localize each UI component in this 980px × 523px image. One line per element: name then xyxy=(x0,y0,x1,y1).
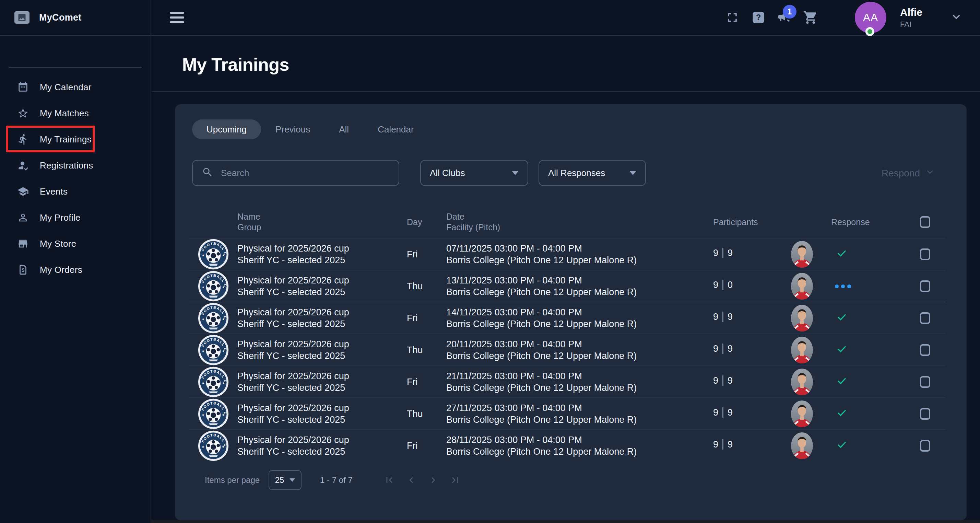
table-row[interactable]: FOOTBALL CLUB ★ ★ Physical for 2025/2026… xyxy=(189,238,945,270)
participants-cell: 9 0 xyxy=(713,280,781,293)
first-page-button[interactable] xyxy=(383,474,396,486)
table-row[interactable]: FOOTBALL CLUB ★ ★ Physical for 2025/2026… xyxy=(189,429,945,461)
training-facility: Borris College (Pitch One 12 Upper Malon… xyxy=(446,286,713,298)
svg-text:★: ★ xyxy=(222,381,225,385)
response-cell xyxy=(822,248,905,261)
main-content: My Trainings UpcomingPreviousAllCalendar… xyxy=(152,36,980,523)
col-group: Group xyxy=(237,222,407,233)
tab-all[interactable]: All xyxy=(325,120,363,139)
pagination: Items per page 25 1 - 7 of 7 xyxy=(205,468,462,492)
response-cell xyxy=(822,284,905,288)
responses-select[interactable]: All Responses xyxy=(539,160,646,186)
training-name: Physical for 2025/2026 cup xyxy=(237,338,407,350)
participants-confirmed: 9 xyxy=(713,312,718,322)
page-title: My Trainings xyxy=(182,54,980,75)
participants-cell: 9 9 xyxy=(713,248,781,261)
training-date: 27/11/2025 03:00 PM - 04:00 PM xyxy=(446,402,713,414)
select-all-checkbox[interactable] xyxy=(920,216,930,228)
help-icon[interactable]: ? xyxy=(751,10,766,26)
player-photo xyxy=(791,336,813,364)
response-accepted-icon xyxy=(835,407,849,421)
sidebar-nav: My Calendar My Matches My Trainings Regi… xyxy=(0,74,151,283)
training-name: Physical for 2025/2026 cup xyxy=(237,370,407,382)
chevron-down-icon xyxy=(920,166,936,180)
svg-text:★: ★ xyxy=(222,445,225,448)
table-row[interactable]: FOOTBALL CLUB ★ ★ Physical for 2025/2026… xyxy=(189,301,945,333)
next-page-button[interactable] xyxy=(427,474,440,486)
tab-calendar[interactable]: Calendar xyxy=(363,120,428,139)
player-photo xyxy=(791,273,813,300)
col-date: Date xyxy=(446,211,713,222)
training-day: Fri xyxy=(407,377,417,387)
sidebar-item-my-matches[interactable]: My Matches xyxy=(0,100,151,126)
last-page-button[interactable] xyxy=(449,474,462,486)
svg-text:★: ★ xyxy=(202,317,204,321)
page-size-select[interactable]: 25 xyxy=(269,470,302,490)
svg-text:★: ★ xyxy=(222,285,225,289)
svg-text:★: ★ xyxy=(222,254,225,257)
player-photo xyxy=(791,368,813,396)
store-icon xyxy=(17,238,29,249)
training-day: Thu xyxy=(407,409,423,419)
orders-icon: $ xyxy=(17,264,29,276)
sidebar-item-registrations[interactable]: Registrations xyxy=(0,152,151,179)
row-checkbox[interactable] xyxy=(920,249,930,260)
response-cell xyxy=(822,375,905,389)
col-day: Day xyxy=(407,217,422,227)
row-checkbox[interactable] xyxy=(920,344,930,356)
table-row[interactable]: FOOTBALL CLUB ★ ★ Physical for 2025/2026… xyxy=(189,365,945,397)
tab-previous[interactable]: Previous xyxy=(261,120,325,139)
club-logo-icon: FOOTBALL CLUB ★ ★ xyxy=(197,239,229,270)
cart-icon[interactable] xyxy=(803,10,818,26)
respond-button[interactable]: Respond xyxy=(881,166,936,180)
training-group: Sheriff YC - selected 2025 xyxy=(237,318,407,330)
training-day: Fri xyxy=(407,441,417,451)
response-pending-icon xyxy=(835,284,853,288)
col-facility: Facility (Pitch) xyxy=(446,222,713,233)
hamburger-menu-icon[interactable] xyxy=(170,12,184,23)
training-name: Physical for 2025/2026 cup xyxy=(237,274,407,286)
table-header: Name Group Day Date Facility (Pitch) Par… xyxy=(189,206,945,238)
tab-upcoming[interactable]: Upcoming xyxy=(192,120,261,139)
table-row[interactable]: FOOTBALL CLUB ★ ★ Physical for 2025/2026… xyxy=(189,397,945,429)
table-row[interactable]: FOOTBALL CLUB ★ ★ Physical for 2025/2026… xyxy=(189,333,945,365)
row-checkbox[interactable] xyxy=(920,440,930,451)
training-date: 21/11/2025 03:00 PM - 04:00 PM xyxy=(446,370,713,382)
training-group: Sheriff YC - selected 2025 xyxy=(237,254,407,266)
sidebar-item-my-store[interactable]: My Store xyxy=(0,231,151,257)
sidebar-item-my-orders[interactable]: $ My Orders xyxy=(0,257,151,283)
response-accepted-icon xyxy=(835,439,849,453)
chevron-down-icon[interactable] xyxy=(949,10,964,26)
search-icon xyxy=(202,166,213,180)
row-checkbox[interactable] xyxy=(920,376,930,388)
club-logo-icon: FOOTBALL CLUB ★ ★ xyxy=(197,430,229,462)
prev-page-button[interactable] xyxy=(405,474,418,486)
sidebar-item-my-profile[interactable]: My Profile xyxy=(0,204,151,231)
club-logo-icon: FOOTBALL CLUB ★ ★ xyxy=(197,334,229,366)
avatar[interactable]: AA xyxy=(855,2,886,33)
table-row[interactable]: FOOTBALL CLUB ★ ★ Physical for 2025/2026… xyxy=(189,270,945,301)
sidebar-item-my-calendar[interactable]: My Calendar xyxy=(0,74,151,100)
response-cell xyxy=(822,343,905,357)
training-name: Physical for 2025/2026 cup xyxy=(237,242,407,254)
page-range: 1 - 7 of 7 xyxy=(320,475,353,485)
search-input[interactable] xyxy=(221,168,385,179)
fullscreen-icon[interactable] xyxy=(724,10,740,26)
col-response: Response xyxy=(831,217,870,227)
training-name: Physical for 2025/2026 cup xyxy=(237,306,407,318)
training-date: 20/11/2025 03:00 PM - 04:00 PM xyxy=(446,338,713,350)
clubs-select[interactable]: All Clubs xyxy=(420,160,528,186)
sidebar-item-events[interactable]: Events xyxy=(0,179,151,204)
participants-confirmed: 9 xyxy=(713,439,718,450)
announcements-icon[interactable]: 1 xyxy=(776,10,792,26)
row-checkbox[interactable] xyxy=(920,281,930,292)
svg-text:★: ★ xyxy=(202,381,204,385)
row-checkbox[interactable] xyxy=(920,312,930,324)
svg-text:★: ★ xyxy=(202,254,204,257)
calendar-icon xyxy=(17,81,29,93)
notification-badge: 1 xyxy=(783,5,797,19)
svg-text:★: ★ xyxy=(222,413,225,417)
row-checkbox[interactable] xyxy=(920,408,930,420)
sidebar-item-my-trainings[interactable]: My Trainings xyxy=(0,126,151,152)
svg-text:$: $ xyxy=(22,267,24,273)
